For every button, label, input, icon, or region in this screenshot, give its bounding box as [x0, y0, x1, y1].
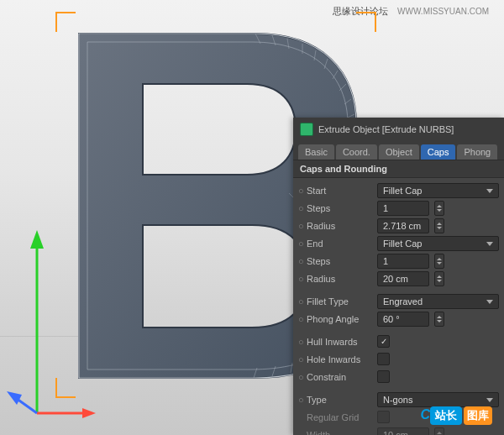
- viewport[interactable]: 思缘设计论坛 WWW.MISSYUAN.COM: [0, 0, 504, 435]
- input-radius-start[interactable]: 2.718 cm: [377, 218, 429, 233]
- tab-caps[interactable]: Caps: [421, 144, 456, 160]
- label-type: Type: [307, 395, 374, 405]
- label-hull-inwards: Hull Inwards: [307, 337, 374, 347]
- panel-header: Extrude Object [Extrude NURBS]: [293, 118, 504, 141]
- select-type[interactable]: N-gons: [377, 392, 499, 407]
- input-radius-end[interactable]: 20 cm: [377, 271, 429, 286]
- tab-phong[interactable]: Phong: [457, 144, 497, 160]
- checkbox-hull-inwards[interactable]: [377, 335, 390, 348]
- wm-b2: 图库: [464, 406, 492, 425]
- panel-title: Extrude Object [Extrude NURBS]: [318, 124, 454, 134]
- axis-gizmo[interactable]: [3, 202, 96, 420]
- label-constrain: Constrain: [307, 372, 374, 382]
- svg-marker-30: [7, 391, 22, 405]
- input-steps-start[interactable]: 1: [377, 201, 429, 216]
- spinner[interactable]: [434, 271, 444, 286]
- label-steps-start: Steps: [307, 203, 374, 213]
- attributes-panel: Extrude Object [Extrude NURBS] Basic Coo…: [293, 118, 504, 435]
- spinner[interactable]: [434, 254, 444, 269]
- label-regular-grid: Regular Grid: [307, 412, 374, 422]
- label-radius-start: Radius: [307, 221, 374, 231]
- label-end: End: [307, 238, 374, 249]
- watermark-bottom: C站长图库: [420, 406, 492, 425]
- tab-basic[interactable]: Basic: [298, 144, 334, 160]
- svg-marker-28: [82, 408, 96, 418]
- spinner: [434, 427, 444, 436]
- panel-tabs: Basic Coord. Object Caps Phong: [293, 141, 504, 160]
- wm-pre: C: [420, 407, 430, 422]
- tab-object[interactable]: Object: [379, 144, 419, 160]
- label-fillet-type: Fillet Type: [307, 296, 374, 307]
- spinner[interactable]: [434, 218, 444, 233]
- spinner[interactable]: [434, 312, 444, 327]
- label-radius-end: Radius: [307, 274, 374, 284]
- checkbox-regular-grid: [377, 411, 390, 423]
- svg-marker-26: [30, 230, 44, 249]
- input-steps-end[interactable]: 1: [377, 254, 429, 269]
- tab-coord[interactable]: Coord.: [336, 144, 377, 160]
- spinner[interactable]: [434, 201, 444, 216]
- wm-b1: 站长: [430, 406, 462, 425]
- label-phong-angle: Phong Angle: [307, 314, 374, 324]
- checkbox-constrain[interactable]: [377, 370, 390, 383]
- select-fillet-type[interactable]: Engraved: [377, 294, 499, 309]
- watermark-url: WWW.MISSYUAN.COM: [397, 7, 489, 16]
- input-width: 10 cm: [377, 427, 429, 436]
- input-phong-angle[interactable]: 60 °: [377, 312, 429, 327]
- group-caps-and-rounding: Caps and Rounding: [293, 160, 504, 178]
- select-start[interactable]: Fillet Cap: [377, 183, 499, 198]
- checkbox-hole-inwards[interactable]: [377, 353, 390, 365]
- label-start: Start: [307, 186, 374, 196]
- label-width: Width: [307, 430, 374, 436]
- label-steps-end: Steps: [307, 256, 374, 266]
- extrude-icon: [300, 123, 313, 136]
- select-end[interactable]: Fillet Cap: [377, 236, 499, 251]
- label-hole-inwards: Hole Inwards: [307, 354, 374, 364]
